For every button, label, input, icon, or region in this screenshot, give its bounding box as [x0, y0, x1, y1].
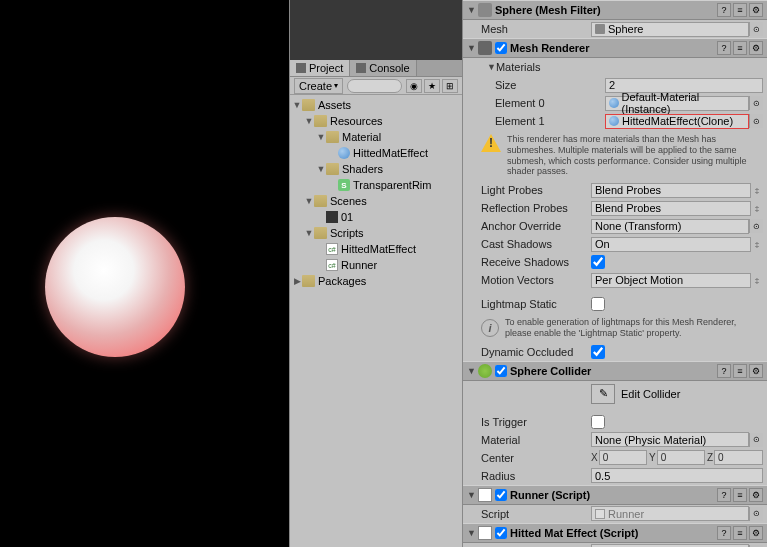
preset-button[interactable]: ≡ [733, 364, 747, 378]
tree-scene-01[interactable]: 01 [290, 209, 462, 225]
dynamic-occluded-checkbox[interactable] [591, 345, 605, 359]
tree-shaders-folder[interactable]: ▼Shaders [290, 161, 462, 177]
edit-collider-button[interactable]: ✎ [591, 384, 615, 404]
tree-hitted-mat[interactable]: HittedMatEffect [290, 145, 462, 161]
component-enable-checkbox[interactable] [495, 527, 507, 539]
center-row: Center X0 Y0 Z0 [463, 449, 767, 467]
tab-project[interactable]: Project [290, 60, 350, 76]
tree-assets[interactable]: ▼Assets [290, 97, 462, 113]
preset-button[interactable]: ≡ [733, 3, 747, 17]
settings-button[interactable]: ⚙ [749, 526, 763, 540]
mesh-object-field[interactable]: Sphere [591, 22, 749, 37]
runner-script-row: Script Runner ⊙ [463, 505, 767, 523]
component-enable-checkbox[interactable] [495, 42, 507, 54]
reflection-probes-row: Reflection Probes Blend Probes‡ [463, 199, 767, 217]
help-button[interactable]: ? [717, 488, 731, 502]
settings-button[interactable]: ⚙ [749, 41, 763, 55]
tab-label: Project [309, 62, 343, 74]
object-picker[interactable]: ⊙ [749, 507, 763, 521]
foldout-icon[interactable]: ▼ [467, 490, 475, 500]
center-x-field[interactable]: 0 [599, 450, 647, 465]
field-value: HittedMatEffect(Clone) [622, 115, 733, 127]
radius-field[interactable]: 0.5 [591, 468, 763, 483]
hitted-script-header[interactable]: ▼ Hitted Mat Effect (Script) ?≡⚙ [463, 523, 767, 543]
field-value: On [595, 238, 610, 250]
help-button[interactable]: ? [717, 41, 731, 55]
prop-label: Receive Shadows [481, 256, 591, 268]
project-toolbar: Create▾ ◉ ★ ⊞ [290, 77, 462, 95]
mesh-renderer-header[interactable]: ▼ Mesh Renderer ?≡⚙ [463, 38, 767, 58]
foldout-icon[interactable]: ▼ [467, 528, 475, 538]
prop-label: Material [481, 434, 591, 446]
tab-console[interactable]: Console [350, 60, 416, 76]
tree-packages[interactable]: ▶Packages [290, 273, 462, 289]
collider-material-row: Material None (Physic Material) ⊙ [463, 431, 767, 449]
center-y-field[interactable]: 0 [657, 450, 705, 465]
center-z-field[interactable]: 0 [714, 450, 763, 465]
element0-field[interactable]: Default-Material (Instance) [605, 96, 749, 111]
cast-shadows-dropdown[interactable]: On [591, 237, 751, 252]
tree-label: 01 [341, 211, 353, 223]
element1-field[interactable]: HittedMatEffect(Clone) [605, 114, 749, 129]
favorites-button[interactable]: ★ [424, 79, 440, 93]
save-search-button[interactable]: ⊞ [442, 79, 458, 93]
foldout-icon[interactable]: ▼ [467, 5, 475, 15]
settings-button[interactable]: ⚙ [749, 3, 763, 17]
settings-button[interactable]: ⚙ [749, 488, 763, 502]
sphere-3d-object[interactable] [45, 217, 185, 357]
runner-script-header[interactable]: ▼ Runner (Script) ?≡⚙ [463, 485, 767, 505]
tree-script-runner[interactable]: c#Runner [290, 257, 462, 273]
help-button[interactable]: ? [717, 526, 731, 540]
object-picker[interactable]: ⊙ [749, 219, 763, 233]
tree-script-hitted[interactable]: c#HittedMatEffect [290, 241, 462, 257]
scene-viewport[interactable] [0, 0, 289, 547]
tree-transparent-rim[interactable]: STransparentRim [290, 177, 462, 193]
object-picker[interactable]: ⊙ [749, 96, 763, 110]
foldout-icon[interactable]: ▼ [467, 366, 475, 376]
tree-material-folder[interactable]: ▼Material [290, 129, 462, 145]
tree-resources[interactable]: ▼Resources [290, 113, 462, 129]
runner-script-field[interactable]: Runner [591, 506, 749, 521]
tree-scripts[interactable]: ▼Scripts [290, 225, 462, 241]
inspector-panel: ▼ Sphere (Mesh Filter) ?≡⚙ Mesh Sphere ⊙… [462, 0, 767, 547]
dynamic-occluded-row: Dynamic Occluded [463, 343, 767, 361]
element0-row: Element 0 Default-Material (Instance) ⊙ [463, 94, 767, 112]
field-value: 0 [661, 452, 667, 463]
component-enable-checkbox[interactable] [495, 365, 507, 377]
motion-vectors-dropdown[interactable]: Per Object Motion [591, 273, 751, 288]
prop-label: Is Trigger [481, 416, 591, 428]
preset-button[interactable]: ≡ [733, 41, 747, 55]
anchor-field[interactable]: None (Transform) [591, 219, 749, 234]
is-trigger-checkbox[interactable] [591, 415, 605, 429]
sphere-collider-header[interactable]: ▼ Sphere Collider ?≡⚙ [463, 361, 767, 381]
tree-label: Packages [318, 275, 366, 287]
object-picker[interactable]: ⊙ [749, 433, 763, 447]
component-enable-checkbox[interactable] [495, 489, 507, 501]
receive-shadows-checkbox[interactable] [591, 255, 605, 269]
preset-button[interactable]: ≡ [733, 488, 747, 502]
folder-icon [314, 195, 327, 207]
filter-button[interactable]: ◉ [406, 79, 422, 93]
renderer-icon [478, 41, 492, 55]
lightmap-static-checkbox[interactable] [591, 297, 605, 311]
object-picker[interactable]: ⊙ [749, 114, 763, 128]
field-value: Blend Probes [595, 202, 661, 214]
help-button[interactable]: ? [717, 3, 731, 17]
collider-material-field[interactable]: None (Physic Material) [591, 432, 749, 447]
materials-row[interactable]: ▼Materials [463, 58, 767, 76]
foldout-icon[interactable]: ▼ [467, 43, 475, 53]
search-input[interactable] [347, 79, 402, 93]
warning-icon: ! [481, 134, 501, 152]
hitted-script-row: Script HittedMatEffect ⊙ [463, 543, 767, 547]
reflection-probes-dropdown[interactable]: Blend Probes [591, 201, 751, 216]
mesh-filter-header[interactable]: ▼ Sphere (Mesh Filter) ?≡⚙ [463, 0, 767, 20]
tree-scenes[interactable]: ▼Scenes [290, 193, 462, 209]
help-button[interactable]: ? [717, 364, 731, 378]
field-value: Per Object Motion [595, 274, 683, 286]
create-button[interactable]: Create▾ [294, 78, 343, 94]
object-picker[interactable]: ⊙ [749, 22, 763, 36]
light-probes-dropdown[interactable]: Blend Probes [591, 183, 751, 198]
settings-button[interactable]: ⚙ [749, 364, 763, 378]
preset-button[interactable]: ≡ [733, 526, 747, 540]
project-icon [296, 63, 306, 73]
